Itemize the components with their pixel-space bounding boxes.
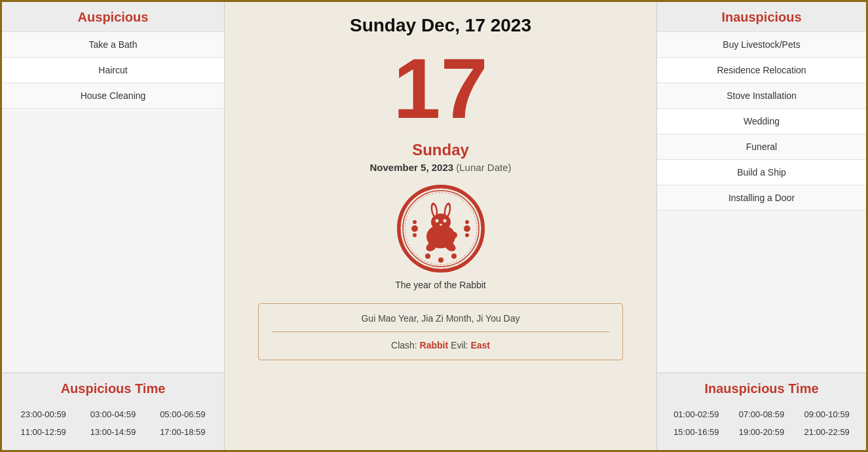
evil-direction: East <box>470 340 490 350</box>
svg-point-11 <box>443 219 446 223</box>
list-item: Installing a Door <box>657 185 866 211</box>
time-slot: 15:00-16:59 <box>664 424 729 440</box>
info-box: Gui Mao Year, Jia Zi Month, Ji You Day C… <box>258 303 623 360</box>
time-slot: 13:00-14:59 <box>78 424 147 440</box>
ganzhi-text: Gui Mao Year, Jia Zi Month, Ji You Day <box>272 313 609 332</box>
svg-point-25 <box>438 257 443 263</box>
svg-point-10 <box>435 219 438 223</box>
list-item: Residence Relocation <box>657 58 866 83</box>
time-slot: 17:00-18:59 <box>148 424 217 440</box>
clash-label: Clash: <box>391 340 420 350</box>
inauspicious-time-section: Inauspicious Time 01:00-02:59 07:00-08:5… <box>657 372 866 450</box>
time-slot: 11:00-12:59 <box>9 424 78 440</box>
svg-point-23 <box>465 233 469 237</box>
evil-label: Evil: <box>451 340 470 350</box>
left-panel: Auspicious Take a Bath Haircut House Cle… <box>2 2 225 450</box>
date-title: Sunday Dec, 17 2023 <box>350 15 531 36</box>
list-item: Haircut <box>2 58 224 83</box>
svg-point-22 <box>465 220 469 224</box>
svg-point-26 <box>451 254 457 259</box>
center-panel: Sunday Dec, 17 2023 17 Sunday November 5… <box>225 2 656 450</box>
time-slot: 03:00-04:59 <box>78 407 147 422</box>
svg-point-19 <box>413 220 417 224</box>
time-slot: 09:00-10:59 <box>794 407 859 422</box>
svg-point-21 <box>464 225 470 232</box>
time-slot: 05:00-06:59 <box>148 407 217 422</box>
inauspicious-header: Inauspicious <box>657 2 866 32</box>
zodiac-section: The year of the Rabbit <box>395 183 487 290</box>
day-name: Sunday <box>412 141 469 159</box>
list-item: Funeral <box>657 134 866 160</box>
svg-point-17 <box>451 232 457 238</box>
auspicious-time-section: Auspicious Time 23:00-00:59 03:00-04:59 … <box>2 372 224 450</box>
lunar-label: (Lunar Date) <box>456 162 511 173</box>
auspicious-list: Take a Bath Haircut House Cleaning <box>2 32 224 109</box>
zodiac-icon <box>395 183 487 274</box>
list-item: Build a Ship <box>657 160 866 185</box>
list-item: Buy Livestock/Pets <box>657 32 866 58</box>
zodiac-label: The year of the Rabbit <box>395 280 486 290</box>
svg-point-24 <box>425 254 430 259</box>
inauspicious-section: Inauspicious Buy Livestock/Pets Residenc… <box>657 2 866 372</box>
day-number: 17 <box>393 46 488 131</box>
auspicious-header: Auspicious <box>2 2 224 32</box>
list-item: Stove Installation <box>657 83 866 109</box>
svg-point-18 <box>411 225 418 232</box>
auspicious-time-header: Auspicious Time <box>2 373 224 403</box>
svg-point-12 <box>440 224 442 226</box>
clash-text: Clash: Rabbit Evil: East <box>272 332 609 350</box>
clash-animal: Rabbit <box>420 340 449 350</box>
list-item: Wedding <box>657 109 866 134</box>
inauspicious-time-grid: 01:00-02:59 07:00-08:59 09:00-10:59 15:0… <box>657 403 866 443</box>
inauspicious-list: Buy Livestock/Pets Residence Relocation … <box>657 32 866 211</box>
time-slot: 19:00-20:59 <box>729 424 795 440</box>
auspicious-time-grid: 23:00-00:59 03:00-04:59 05:00-06:59 11:0… <box>2 403 224 443</box>
list-item: House Cleaning <box>2 83 224 109</box>
inauspicious-time-header: Inauspicious Time <box>657 373 866 403</box>
right-panel: Inauspicious Buy Livestock/Pets Residenc… <box>656 2 866 450</box>
auspicious-section: Auspicious Take a Bath Haircut House Cle… <box>2 2 224 372</box>
svg-point-20 <box>413 233 417 237</box>
list-item: Take a Bath <box>2 32 224 58</box>
time-slot: 07:00-08:59 <box>729 407 795 422</box>
time-slot: 01:00-02:59 <box>664 407 729 422</box>
time-slot: 21:00-22:59 <box>794 424 859 440</box>
lunar-date: November 5, 2023 (Lunar Date) <box>370 162 512 173</box>
time-slot: 23:00-00:59 <box>9 407 78 422</box>
